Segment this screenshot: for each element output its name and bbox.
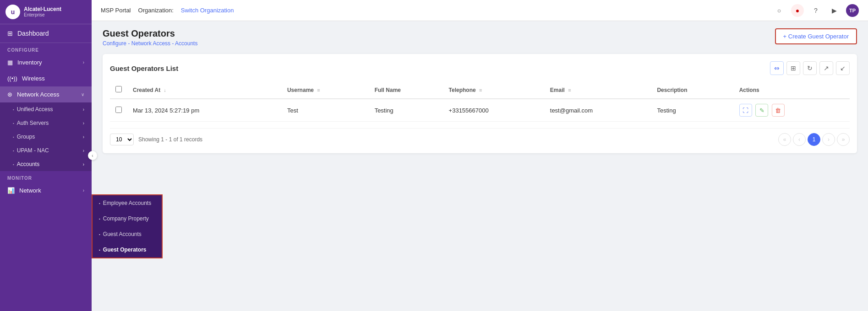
accounts-chevron: › [83,162,84,167]
network-label: Network [19,187,41,194]
monitor-section-label: MONITOR [0,171,92,182]
sidebar-item-network[interactable]: 📊 Network › [0,182,92,198]
table-row: Mar 13, 2024 5:27:19 pm Test Testing +33… [110,99,850,122]
select-all-checkbox[interactable] [115,86,122,92]
row-username-0: Test [282,99,369,122]
showing-text: Showing 1 - 1 of 1 records [138,136,202,143]
breadcrumb: Configure - Network Access - Accounts [103,40,197,47]
guest-operators-card: Guest Operators List ⇔ ⊞ ↻ ↗ ↙ [103,54,857,153]
configure-section-label: CONFIGURE [0,43,92,54]
card-header: Guest Operators List ⇔ ⊞ ↻ ↗ ↙ [110,61,850,75]
main-content: MSP Portal Organization: Switch Organiza… [92,0,868,311]
logo-icon: u [5,5,20,19]
network-icon: 📊 [7,187,15,194]
prev-page-btn[interactable]: ‹ [793,133,806,146]
switch-org-link[interactable]: Switch Organization [181,7,234,14]
sidebar-item-inventory[interactable]: ▦ Inventory › [0,54,92,70]
card-title: Guest Operators List [110,64,178,72]
last-page-btn[interactable]: » [837,133,850,146]
unified-access-label: Unified Access [17,106,53,113]
groups-chevron: › [83,134,84,139]
row-created-at-0: Mar 13, 2024 5:27:19 pm [127,99,282,122]
help-icon-btn[interactable]: ? [809,4,822,17]
header-actions: Actions [734,81,850,99]
inventory-label: Inventory [17,59,42,66]
card-actions: ⇔ ⊞ ↻ ↗ ↙ [770,61,850,75]
inventory-chevron: › [83,60,84,65]
topbar-links: MSP Portal Organization: Switch Organiza… [101,7,234,14]
header-description: Description [651,81,733,99]
org-label: Organization: [138,7,174,14]
row-telephone-0: +33155667000 [443,99,545,122]
header-created-at: Created At ↓ [127,81,282,99]
refresh-btn[interactable]: ↻ [803,61,817,75]
sidebar-item-wireless[interactable]: ((•)) Wireless [0,70,92,86]
row-checkbox-cell [110,99,127,122]
page-title: Guest Operators [103,28,197,39]
username-filter-icon[interactable]: ≡ [317,87,320,93]
submenu-item-guest-accounts[interactable]: Guest Accounts [93,226,162,242]
breadcrumb-configure[interactable]: Configure [103,40,126,47]
submenu-item-company-property[interactable]: Company Property [93,211,162,226]
expand-row-btn-0[interactable]: ⛶ [739,104,752,117]
submenu-item-guest-operators[interactable]: Guest Operators [93,242,162,257]
expand-columns-btn[interactable]: ⇔ [770,61,784,75]
row-actions-0: ⛶ ✎ 🗑 [734,99,850,122]
header-full-name: Full Name [369,81,443,99]
breadcrumb-accounts[interactable]: Accounts [175,40,197,47]
create-guest-operator-button[interactable]: + Create Guest Operator [775,28,857,44]
next-page-btn[interactable]: › [822,133,835,146]
brand-name: Alcatel·Lucent [24,6,61,12]
row-full-name-0: Testing [369,99,443,122]
sidebar-sub-item-groups[interactable]: Groups › [0,130,92,144]
edit-row-btn-0[interactable]: ✎ [755,104,768,117]
notifications-icon-btn[interactable]: ● [791,4,804,17]
breadcrumb-network-access[interactable]: Network Access [131,40,170,47]
page-header-left: Guest Operators Configure - Network Acce… [103,28,197,47]
row-email-0: test@gmail.com [545,99,652,122]
sidebar-item-dashboard[interactable]: ⊞ Dashboard [0,24,92,43]
row-checkbox-0[interactable] [115,107,122,113]
pagination-row: 10 25 50 Showing 1 - 1 of 1 records « ‹ … [110,128,850,146]
msp-portal-link[interactable]: MSP Portal [101,7,131,14]
breadcrumb-sep1: - [128,40,131,47]
upam-nac-chevron: › [83,148,84,153]
network-access-label: Network Access [17,91,59,98]
sidebar-item-network-access[interactable]: ⊛ Network Access ∨ [0,86,92,102]
topbar: MSP Portal Organization: Switch Organiza… [92,0,868,21]
guest-accounts-label: Guest Accounts [103,231,142,237]
created-at-sort-icon[interactable]: ↓ [164,88,166,93]
columns-btn[interactable]: ⊞ [786,61,800,75]
email-filter-icon[interactable]: ≡ [568,87,571,93]
sidebar-sub-item-auth-servers[interactable]: Auth Servers › [0,116,92,130]
user-avatar[interactable]: TP [846,4,859,17]
network-access-chevron: ∨ [81,92,84,97]
import-btn[interactable]: ↙ [836,61,850,75]
employee-accounts-label: Employee Accounts [103,200,151,206]
header-checkbox-cell [110,81,127,99]
sidebar-sub-item-unified-access[interactable]: Unified Access › [0,102,92,116]
upam-nac-label: UPAM - NAC [17,147,49,154]
header-username: Username ≡ [282,81,369,99]
play-icon-btn[interactable]: ▶ [828,4,841,17]
pagination-controls: « ‹ 1 › » [778,133,850,146]
first-page-btn[interactable]: « [778,133,791,146]
telephone-filter-icon[interactable]: ≡ [479,87,482,93]
unified-access-chevron: › [83,107,84,112]
guest-operators-table: Created At ↓ Username ≡ Full Name Teleph… [110,81,850,122]
page-1-btn[interactable]: 1 [808,133,820,146]
accounts-label: Accounts [17,161,39,167]
sidebar-sub-item-upam-nac[interactable]: UPAM - NAC › [0,144,92,157]
delete-row-btn-0[interactable]: 🗑 [772,104,785,117]
accounts-submenu-popup: Employee Accounts Company Property Guest… [92,194,163,258]
export-btn[interactable]: ↗ [819,61,833,75]
submenu-item-employee-accounts[interactable]: Employee Accounts [93,195,162,211]
page-content: Guest Operators Configure - Network Acce… [92,21,868,311]
sidebar-logo: u Alcatel·Lucent Enterprise [0,0,92,24]
search-icon-btn[interactable]: ○ [773,4,786,17]
per-page-select[interactable]: 10 25 50 [110,134,134,145]
sidebar-sub-item-accounts[interactable]: Accounts › [0,157,92,171]
sidebar-collapse-button[interactable]: ‹ [88,151,97,160]
page-header: Guest Operators Configure - Network Acce… [103,28,857,47]
auth-servers-label: Auth Servers [17,120,49,126]
